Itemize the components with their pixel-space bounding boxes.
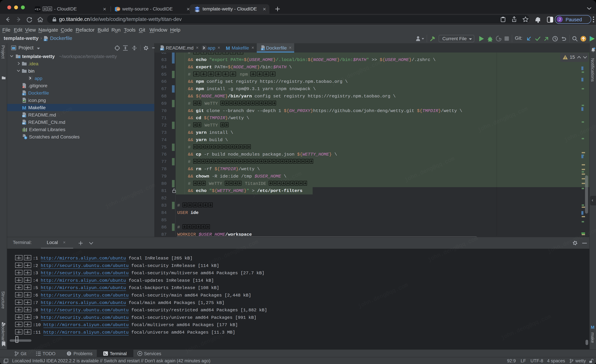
svg-text:MD: MD [22, 123, 25, 124]
svg-text:D: D [45, 39, 46, 41]
svg-text:D: D [261, 48, 263, 50]
svg-text:D: D [23, 93, 24, 95]
svg-text:MD: MD [22, 115, 25, 117]
svg-text:<t>: <t> [35, 8, 40, 11]
svg-text:us: us [117, 8, 119, 10]
svg-text:MD: MD [160, 48, 163, 50]
svg-text:</>: </> [196, 7, 198, 9]
